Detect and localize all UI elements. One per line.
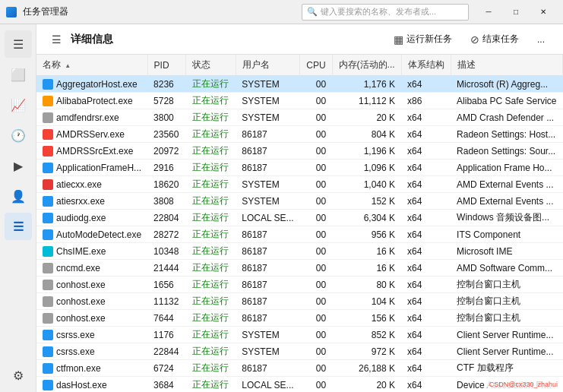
sidebar-hamburger[interactable]: ☰: [5, 30, 32, 58]
cell-desc: Microsoft (R) Aggreg...: [451, 76, 562, 93]
cell-desc: ITS Component: [451, 226, 562, 243]
sidebar-settings[interactable]: ⚙: [5, 365, 32, 392]
cell-pid: 28272: [147, 226, 186, 243]
table-row[interactable]: AlibabaProtect.exe 5728 正在运行 SYSTEM 00 1…: [36, 93, 563, 109]
cell-cpu: 00: [300, 210, 332, 226]
table-row[interactable]: ApplicationFrameH... 2916 正在运行 86187 00 …: [36, 160, 563, 176]
cell-arch: x64: [401, 327, 451, 343]
cell-cpu: 00: [300, 160, 332, 176]
process-icon: [43, 280, 53, 290]
col-arch[interactable]: 体系结构: [401, 55, 451, 76]
cell-arch: x64: [401, 343, 451, 360]
table-row[interactable]: conhost.exe 7644 正在运行 86187 00 156 K x64…: [36, 310, 563, 327]
process-icon: [43, 363, 53, 374]
table-row[interactable]: AMDRSSrcExt.exe 20972 正在运行 86187 00 1,19…: [36, 143, 563, 160]
sidebar-performance[interactable]: 📈: [5, 91, 32, 119]
process-icon: [43, 129, 53, 140]
cell-desc: Client Server Runtime...: [451, 343, 562, 360]
header-menu-icon[interactable]: ☰: [49, 30, 65, 49]
cell-arch: x64: [401, 143, 451, 160]
sidebar-history[interactable]: 🕐: [5, 122, 32, 149]
cell-memory: 1,176 K: [332, 76, 401, 93]
sidebar-startup[interactable]: ▶: [5, 152, 32, 179]
sidebar-details[interactable]: ☰: [5, 213, 32, 240]
cell-memory: 804 K: [332, 126, 401, 143]
table-row[interactable]: dasHost.exe 3684 正在运行 LOCAL SE... 00 20 …: [36, 377, 563, 393]
table-row[interactable]: amdfendrsr.exe 3800 正在运行 SYSTEM 00 20 K …: [36, 109, 563, 126]
cell-pid: 3808: [147, 193, 186, 210]
table-row[interactable]: audiodg.exe 22804 正在运行 LOCAL SE... 00 6,…: [36, 210, 563, 226]
cell-cpu: 00: [300, 143, 332, 160]
table-row[interactable]: ctfmon.exe 6724 正在运行 86187 00 26,188 K x…: [36, 360, 563, 377]
cell-desc: Client Server Runtime...: [451, 327, 562, 343]
cell-status: 正在运行: [186, 160, 236, 176]
table-row[interactable]: ChsIME.exe 10348 正在运行 86187 00 16 K x64 …: [36, 243, 563, 260]
table-row[interactable]: AutoModeDetect.exe 28272 正在运行 86187 00 9…: [36, 226, 563, 243]
cell-user: 86187: [236, 260, 299, 277]
cell-user: 86187: [236, 360, 299, 377]
cell-arch: x64: [401, 360, 451, 377]
col-status[interactable]: 状态: [186, 55, 236, 76]
more-options-button[interactable]: ...: [531, 31, 551, 48]
table-row[interactable]: cncmd.exe 21444 正在运行 86187 00 16 K x64 A…: [36, 260, 563, 277]
table-row[interactable]: csrss.exe 22844 正在运行 SYSTEM 00 972 K x64…: [36, 343, 563, 360]
close-button[interactable]: ✕: [530, 0, 557, 24]
process-icon: [43, 246, 53, 257]
process-icon: [43, 330, 53, 340]
table-row[interactable]: atiesrxx.exe 3808 正在运行 SYSTEM 00 152 K x…: [36, 193, 563, 210]
cell-name: audiodg.exe: [36, 210, 147, 226]
cell-name: AggregatorHost.exe: [36, 76, 147, 93]
cell-user: 86187: [236, 126, 299, 143]
search-icon: 🔍: [307, 7, 318, 17]
cell-memory: 1,196 K: [332, 143, 401, 160]
cell-user: SYSTEM: [236, 327, 299, 343]
sidebar-processes[interactable]: ⬜: [5, 61, 32, 88]
cell-pid: 10348: [147, 243, 186, 260]
sidebar: ☰ ⬜ 📈 🕐 ▶ 👤 ☰ ⚙: [0, 24, 36, 392]
col-desc[interactable]: 描述: [451, 55, 562, 76]
process-icon: [43, 79, 53, 90]
maximize-button[interactable]: □: [502, 0, 530, 24]
sidebar-users[interactable]: 👤: [5, 182, 32, 210]
cell-pid: 1176: [147, 327, 186, 343]
main-layout: ☰ ⬜ 📈 🕐 ▶ 👤 ☰ ⚙ ☰ 详细信息 ▦ 运行新任务 ⊘ 结束任务 ..…: [0, 24, 563, 392]
col-cpu[interactable]: CPU: [300, 55, 332, 76]
cell-desc: AMD Software Comm...: [451, 260, 562, 277]
cell-memory: 26,188 K: [332, 360, 401, 377]
cell-cpu: 00: [300, 377, 332, 393]
cell-arch: x64: [401, 160, 451, 176]
table-container[interactable]: 名称 ▲ PID 状态 用户名 CPU 内存(活动的... 体系结构 描述: [36, 55, 563, 392]
cell-cpu: 00: [300, 327, 332, 343]
table-row[interactable]: atiecxx.exe 18620 正在运行 SYSTEM 00 1,040 K…: [36, 176, 563, 193]
process-icon: [43, 213, 53, 223]
table-row[interactable]: conhost.exe 1656 正在运行 86187 00 80 K x64 …: [36, 277, 563, 293]
cell-cpu: 00: [300, 109, 332, 126]
col-user[interactable]: 用户名: [236, 55, 299, 76]
table-row[interactable]: AMDRSServ.exe 23560 正在运行 86187 00 804 K …: [36, 126, 563, 143]
cell-name: AMDRSSrcExt.exe: [36, 143, 147, 160]
cell-cpu: 00: [300, 176, 332, 193]
table-row[interactable]: csrss.exe 1176 正在运行 SYSTEM 00 852 K x64 …: [36, 327, 563, 343]
process-icon: [43, 313, 53, 324]
col-pid[interactable]: PID: [147, 55, 186, 76]
cell-name: dasHost.exe: [36, 377, 147, 393]
cell-cpu: 00: [300, 293, 332, 310]
cell-status: 正在运行: [186, 327, 236, 343]
table-row[interactable]: AggregatorHost.exe 8236 正在运行 SYSTEM 00 1…: [36, 76, 563, 93]
cell-name: cncmd.exe: [36, 260, 147, 277]
title-bar: 任务管理器 🔍 键入要搜索的名称、发布者或... ─ □ ✕: [0, 0, 563, 24]
col-name[interactable]: 名称 ▲: [36, 55, 147, 76]
table-row[interactable]: conhost.exe 11132 正在运行 86187 00 104 K x6…: [36, 293, 563, 310]
cell-name: AutoModeDetect.exe: [36, 226, 147, 243]
cell-user: SYSTEM: [236, 109, 299, 126]
cell-arch: x64: [401, 293, 451, 310]
cell-user: SYSTEM: [236, 176, 299, 193]
cell-arch: x64: [401, 193, 451, 210]
cell-desc: Alibaba PC Safe Service: [451, 93, 562, 109]
search-box[interactable]: 🔍 键入要搜索的名称、发布者或...: [302, 4, 469, 21]
run-task-button[interactable]: ▦ 运行新任务: [387, 30, 458, 49]
col-memory[interactable]: 内存(活动的...: [332, 55, 401, 76]
cell-name: ChsIME.exe: [36, 243, 147, 260]
end-task-button[interactable]: ⊘ 结束任务: [464, 30, 525, 49]
minimize-button[interactable]: ─: [475, 0, 502, 24]
